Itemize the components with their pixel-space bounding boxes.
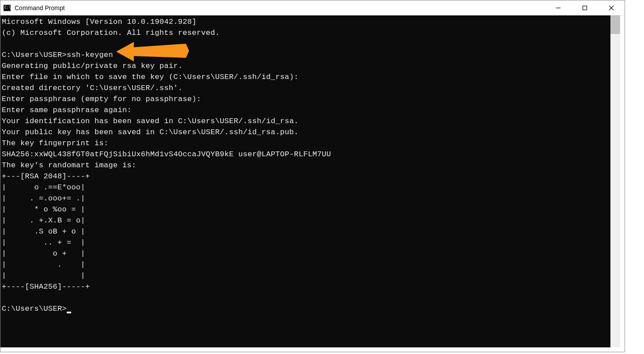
svg-rect-3 [583,6,587,10]
cursor [67,312,71,313]
maximize-button[interactable] [572,0,598,15]
scrollbar-thumb[interactable] [610,15,620,34]
titlebar[interactable]: C:\ Command Prompt [0,0,625,15]
window-title: Command Prompt [15,4,545,11]
terminal-area: Microsoft Windows [Version 10.0.19042.92… [0,15,625,352]
minimize-button[interactable] [545,0,572,15]
window-controls [545,0,625,15]
terminal-output[interactable]: Microsoft Windows [Version 10.0.19042.92… [0,15,611,347]
cmd-icon: C:\ [3,4,11,12]
command-prompt-window: C:\ Command Prompt Microsoft Windows [Ve… [0,0,625,352]
close-button[interactable] [598,0,625,15]
svg-text:C:\: C:\ [4,6,11,10]
scrollbar-track[interactable] [610,15,620,347]
